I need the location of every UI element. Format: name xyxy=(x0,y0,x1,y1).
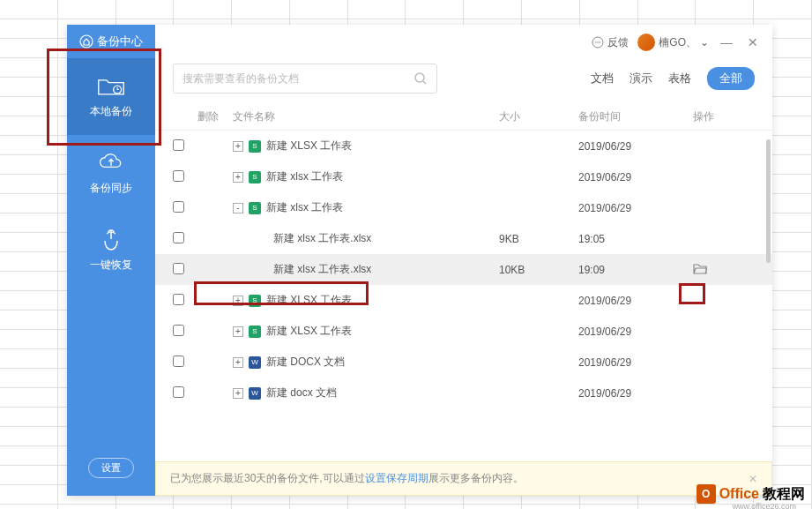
search-icon[interactable] xyxy=(413,71,428,86)
list-body: +S新建 XLSX 工作表2019/06/29+S新建 xlsx 工作表2019… xyxy=(155,131,772,461)
backup-time: 2019/06/29 xyxy=(578,387,693,400)
watermark: O Office教程网 www.office26.com xyxy=(697,484,805,504)
file-name-cell: -S新建 xlsx 工作表 xyxy=(233,200,499,215)
expand-icon[interactable]: + xyxy=(233,172,243,183)
svg-point-3 xyxy=(595,41,597,43)
expand-icon[interactable]: + xyxy=(233,296,243,306)
expand-icon[interactable]: + xyxy=(233,388,243,399)
table-row[interactable]: 新建 xlsx 工作表.xlsx10KB19:09 xyxy=(155,254,772,285)
docx-icon: W xyxy=(249,356,261,369)
row-checkbox[interactable] xyxy=(173,294,184,305)
row-checkbox[interactable] xyxy=(173,201,184,213)
backup-time: 2019/06/29 xyxy=(578,140,693,153)
footer-close-icon[interactable]: ✕ xyxy=(749,473,757,485)
row-checkbox[interactable] xyxy=(173,356,184,367)
toolbar: 文档 演示 表格 全部 xyxy=(155,60,772,104)
minimize-button[interactable]: — xyxy=(718,35,735,49)
search-input[interactable] xyxy=(183,72,413,85)
row-checkbox[interactable] xyxy=(173,386,184,398)
settings-button[interactable]: 设置 xyxy=(88,458,134,478)
feedback-button[interactable]: 反馈 xyxy=(592,35,629,50)
main-panel: 反馈 楠GO、 ⌄ — ✕ 文档 演示 表格 全部 xyxy=(155,25,772,496)
file-name-cell: 新建 xlsx 工作表.xlsx xyxy=(233,231,499,246)
backup-time: 2019/06/29 xyxy=(578,202,693,214)
expand-icon[interactable]: + xyxy=(233,357,243,368)
row-checkbox[interactable] xyxy=(173,263,184,274)
row-checkbox[interactable] xyxy=(173,170,184,182)
sidebar: 备份中心 本地备份 备份同步 一键恢复 设置 xyxy=(67,25,155,496)
table-row[interactable]: +W新建 docx 文档2019/06/29 xyxy=(155,378,772,408)
sidebar-item-restore[interactable]: 一键恢复 xyxy=(67,212,155,288)
backup-time: 19:09 xyxy=(578,264,693,276)
table-row[interactable]: +S新建 xlsx 工作表2019/06/29 xyxy=(155,161,772,192)
feedback-label: 反馈 xyxy=(607,35,629,50)
footer-notice: 已为您展示最近30天的备份文件,可以通过 设置保存周期 展示更多备份内容。 ✕ xyxy=(155,461,772,496)
xlsx-icon: S xyxy=(249,326,261,338)
file-size: 9KB xyxy=(499,233,578,245)
sidebar-item-sync[interactable]: 备份同步 xyxy=(67,135,155,212)
row-checkbox[interactable] xyxy=(173,325,184,336)
expand-icon[interactable]: + xyxy=(233,141,243,152)
close-button[interactable]: ✕ xyxy=(744,35,762,49)
file-name-cell: +S新建 XLSX 工作表 xyxy=(233,324,499,339)
xlsx-icon: S xyxy=(249,295,261,307)
titlebar: 反馈 楠GO、 ⌄ — ✕ xyxy=(155,25,772,60)
collapse-icon[interactable]: - xyxy=(233,203,243,213)
svg-point-0 xyxy=(80,35,93,48)
expand-icon[interactable]: + xyxy=(233,326,243,337)
list-header: 删除 文件名称 大小 备份时间 操作 xyxy=(155,104,772,131)
open-folder-icon[interactable] xyxy=(693,262,707,274)
search-box[interactable] xyxy=(173,64,437,94)
avatar xyxy=(637,34,655,51)
filter-doc[interactable]: 文档 xyxy=(591,71,614,86)
backup-time: 2019/06/29 xyxy=(578,171,693,183)
table-row[interactable]: 新建 xlsx 工作表.xlsx9KB19:05 xyxy=(155,223,772,254)
sidebar-title: 备份中心 xyxy=(79,25,143,58)
table-row[interactable]: +S新建 XLSX 工作表2019/06/29 xyxy=(155,131,772,161)
home-icon xyxy=(79,34,93,49)
file-name-cell: +S新建 XLSX 工作表 xyxy=(233,293,499,308)
filter-all[interactable]: 全部 xyxy=(707,67,755,90)
sidebar-item-local-backup[interactable]: 本地备份 xyxy=(67,58,155,135)
watermark-logo: O xyxy=(697,484,716,504)
file-name-text: 新建 xlsx 工作表 xyxy=(266,169,343,184)
backup-time: 2019/06/29 xyxy=(578,295,693,307)
backup-time: 2019/06/29 xyxy=(578,326,693,338)
svg-point-6 xyxy=(415,73,424,82)
row-checkbox[interactable] xyxy=(173,232,184,243)
chevron-down-icon: ⌄ xyxy=(700,36,709,49)
col-delete: 删除 xyxy=(197,109,233,124)
file-name-cell: +W新建 docx 文档 xyxy=(233,385,499,400)
file-name-text: 新建 XLSX 工作表 xyxy=(266,324,352,339)
table-row[interactable]: -S新建 xlsx 工作表2019/06/29 xyxy=(155,192,772,223)
table-row[interactable]: +S新建 XLSX 工作表2019/06/29 xyxy=(155,285,772,316)
touch-icon xyxy=(97,228,125,252)
col-op: 操作 xyxy=(693,109,755,124)
filter-slide[interactable]: 演示 xyxy=(629,71,652,86)
footer-link[interactable]: 设置保存周期 xyxy=(365,471,428,486)
folder-icon xyxy=(97,74,125,99)
table-row[interactable]: +S新建 XLSX 工作表2019/06/29 xyxy=(155,316,772,347)
file-name-text: 新建 xlsx 工作表.xlsx xyxy=(273,262,371,277)
file-name-cell: +W新建 DOCX 文档 xyxy=(233,355,499,370)
col-time: 备份时间 xyxy=(578,109,693,124)
file-name-text: 新建 xlsx 工作表 xyxy=(266,200,343,215)
xlsx-icon: S xyxy=(249,140,261,153)
file-name-text: 新建 xlsx 工作表.xlsx xyxy=(273,231,371,246)
file-name-cell: +S新建 XLSX 工作表 xyxy=(233,138,499,153)
file-name-cell: 新建 xlsx 工作表.xlsx xyxy=(233,262,499,277)
row-checkbox[interactable] xyxy=(173,139,184,151)
xlsx-icon: S xyxy=(249,171,261,183)
chat-icon xyxy=(592,36,604,49)
footer-text: 展示更多备份内容。 xyxy=(428,471,524,486)
col-size: 大小 xyxy=(499,109,578,124)
user-menu[interactable]: 楠GO、 ⌄ xyxy=(637,34,709,51)
xlsx-icon: S xyxy=(249,202,261,214)
scrollbar[interactable] xyxy=(765,131,772,461)
backup-time: 2019/06/29 xyxy=(578,356,693,369)
svg-point-5 xyxy=(600,41,601,43)
user-name: 楠GO、 xyxy=(659,35,697,50)
table-row[interactable]: +W新建 DOCX 文档2019/06/29 xyxy=(155,347,772,378)
file-size: 10KB xyxy=(499,264,578,276)
filter-sheet[interactable]: 表格 xyxy=(668,71,691,86)
